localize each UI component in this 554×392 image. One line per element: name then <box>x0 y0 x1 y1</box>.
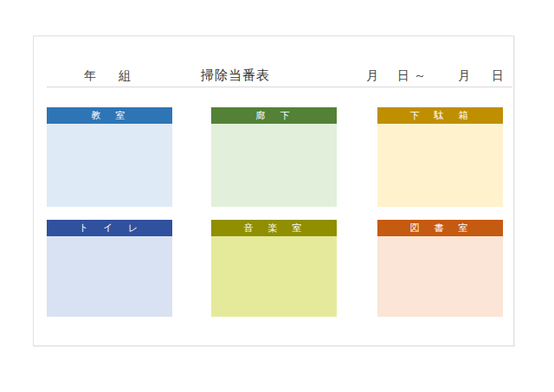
date-range-separator: ～ <box>414 68 426 84</box>
panel-hallway-header: 廊 下 <box>211 107 337 124</box>
panel-music-room-body <box>211 236 337 317</box>
day-label-end: 日 <box>492 68 504 84</box>
panel-music-room-header: 音 楽 室 <box>211 220 337 236</box>
panel-library-label: 図 書 室 <box>410 222 471 233</box>
panel-toilet: ト イ レ <box>47 220 172 317</box>
class-label: 組 <box>119 68 131 84</box>
month-label-end: 月 <box>458 68 470 84</box>
day-label-start: 日 <box>397 68 409 84</box>
panel-hallway-label: 廊 下 <box>256 110 293 120</box>
page-title: 掃除当番表 <box>201 67 270 84</box>
panel-music-room: 音 楽 室 <box>211 220 337 317</box>
year-label: 年 <box>84 68 96 84</box>
panel-shoe-rack-header: 下 駄 箱 <box>377 107 503 124</box>
panel-toilet-header: ト イ レ <box>47 220 172 236</box>
panel-classroom-body <box>47 124 172 207</box>
panel-classroom-header: 教 室 <box>47 107 172 124</box>
panel-shoe-rack-label: 下 駄 箱 <box>410 110 471 120</box>
month-label-start: 月 <box>366 68 378 84</box>
panel-toilet-body <box>47 236 172 317</box>
panel-music-room-label: 音 楽 室 <box>244 222 305 233</box>
panel-classroom-label: 教 室 <box>92 110 128 120</box>
panel-library-body <box>377 236 503 317</box>
panel-library-header: 図 書 室 <box>377 220 503 236</box>
panel-classroom: 教 室 <box>47 107 172 207</box>
roster-sheet: 年 組 掃除当番表 月 日 ～ 月 日 教 室 廊 下 下 駄 箱 <box>33 35 514 346</box>
panel-library: 図 書 室 <box>377 220 503 317</box>
title-underline <box>47 87 512 87</box>
panel-shoe-rack-body <box>377 124 503 207</box>
panel-toilet-label: ト イ レ <box>79 222 140 233</box>
screenshot-canvas: 年 組 掃除当番表 月 日 ～ 月 日 教 室 廊 下 下 駄 箱 <box>0 0 554 392</box>
panel-hallway: 廊 下 <box>211 107 337 207</box>
panel-hallway-body <box>211 124 337 207</box>
panel-shoe-rack: 下 駄 箱 <box>377 107 503 207</box>
